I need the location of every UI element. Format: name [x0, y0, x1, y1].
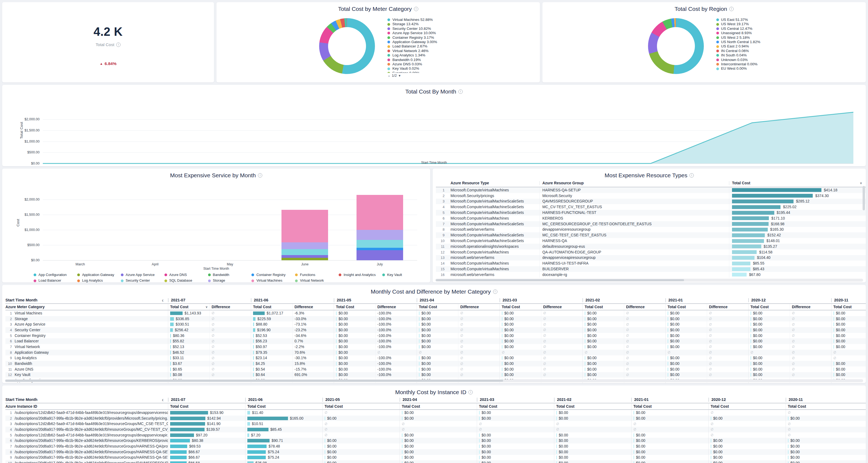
info-icon[interactable]: i	[729, 7, 734, 11]
scroll-left-chevron-icon[interactable]: ‹	[162, 298, 164, 302]
stacked-bar[interactable]	[356, 195, 403, 260]
info-icon[interactable]: i	[116, 42, 121, 47]
legend-item[interactable]: Functions	[295, 273, 337, 277]
legend-item[interactable]: Bandwidth	[208, 273, 250, 277]
total-cost-column-header[interactable]: Total Cost	[708, 403, 786, 409]
legend-item[interactable]: US West 2 5.18%	[716, 35, 761, 40]
column-header-resource-group[interactable]: Azure Resource Group	[539, 181, 729, 185]
month-header[interactable]: 2020-11	[831, 298, 866, 302]
table-row[interactable]: 3Microsoft.Compute/virtualMachineScaleSe…	[436, 199, 866, 204]
category-column-header[interactable]: Azure Instance ID	[5, 404, 168, 408]
table-row[interactable]: 3/subscriptions/12d2db62-5aa9-471d-84bb-…	[5, 421, 866, 427]
legend-item[interactable]: Azure DNS	[164, 273, 207, 277]
month-header[interactable]: 2021-04	[417, 298, 500, 302]
table-row[interactable]: 6Load Balancer$55.82∅$56.230.7%$0.00-100…	[5, 338, 866, 344]
legend-item[interactable]: US North Central 1.82%	[716, 40, 761, 44]
info-icon[interactable]: i	[493, 290, 497, 294]
region-donut[interactable]	[648, 18, 704, 74]
table-row[interactable]: 6/subscriptions/20d6a917-99fa-4b1b-9b2e-…	[5, 438, 866, 443]
legend-item[interactable]: Load Balancer	[34, 279, 75, 283]
legend-item[interactable]: Bandwidth 0.19%	[388, 58, 437, 62]
total-cost-column-header[interactable]: Total Cost	[748, 304, 790, 310]
legend-item[interactable]: Storage	[208, 279, 250, 283]
legend-item[interactable]: Unknown 0.03%	[716, 58, 761, 62]
legend-item[interactable]: SQL Database	[164, 279, 207, 283]
legend-item[interactable]: Virtual Network	[295, 279, 337, 283]
total-cost-column-header[interactable]: Total Cost	[631, 403, 708, 409]
difference-column-header[interactable]: Difference	[707, 304, 748, 310]
legend-item[interactable]: Unassigned 8.93%	[716, 31, 761, 35]
month-header[interactable]: 2021-03	[500, 298, 583, 302]
table-row[interactable]: 11microsoft.operationalinsights/workspac…	[436, 244, 866, 250]
table-row[interactable]: 10/subscriptions/20d6a917-99fa-4b1b-9b2e…	[5, 460, 866, 463]
legend-item[interactable]: Load Balancer 2.67%	[388, 44, 437, 49]
total-cost-column-header[interactable]: Total Cost	[245, 403, 322, 409]
legend-item[interactable]: US East 51.37%	[716, 18, 761, 22]
table-row[interactable]: 8Application Gateway$46.52∅$79.3570.6%$0…	[5, 350, 866, 355]
scroll-left-chevron-icon[interactable]: ‹	[162, 398, 164, 402]
legend-item[interactable]: Functions 0.00%	[388, 71, 437, 73]
horizontal-scrollbar[interactable]	[435, 279, 863, 282]
pager-down-icon[interactable]: ▼	[398, 74, 401, 77]
legend-item[interactable]: Container Registry 3.17%	[388, 35, 437, 40]
total-cost-column-header[interactable]: Total Cost	[400, 403, 477, 409]
total-cost-column-header[interactable]: Total Cost	[251, 304, 292, 310]
horizontal-scrollbar[interactable]	[5, 379, 863, 382]
difference-column-header[interactable]: Difference	[375, 304, 417, 310]
total-cost-column-header[interactable]: Total Cost	[583, 304, 624, 310]
legend-item[interactable]: IN South 0.04%	[716, 53, 761, 57]
month-header[interactable]: 2021-07	[168, 298, 251, 302]
table-row[interactable]: 9Microsoft.Compute/virtualMachineScaleSe…	[436, 232, 866, 238]
table-row[interactable]: 16microsoft.web/serverfarmsdocexample-rg…	[436, 272, 866, 278]
month-header[interactable]: 2021-05	[322, 398, 400, 402]
column-header-total-cost[interactable]: Total Cost∨	[729, 181, 866, 185]
month-header[interactable]: 2021-03	[477, 398, 554, 402]
total-cost-column-header[interactable]: Total Cost	[831, 304, 866, 310]
legend-item[interactable]: Virtual Machines	[251, 279, 293, 283]
table-row[interactable]: 5/subscriptions/12d2db62-5aa9-471d-84bb-…	[5, 432, 866, 438]
legend-item[interactable]: Log Analytics	[77, 279, 119, 283]
stacked-bar[interactable]	[281, 210, 328, 260]
legend-item[interactable]: Security Center 10.82%	[388, 27, 437, 31]
table-row[interactable]: 15Microsoft.Compute/virtualMachinesBUILD…	[436, 266, 866, 272]
legend-item[interactable]: Virtual Machines 52.88%	[388, 18, 437, 22]
info-icon[interactable]: i	[258, 173, 262, 178]
legend-item[interactable]: EU West 0.00%	[716, 66, 761, 71]
table-row[interactable]: 4/subscriptions/20d6a917-99fa-4b1b-9b2e-…	[5, 427, 866, 432]
month-header[interactable]: 2021-01	[631, 398, 708, 402]
legend-item[interactable]: Intercontinental 0.00%	[716, 62, 761, 66]
table-row[interactable]: 4Security Center$256.42∅$196.90-23.2%$0.…	[5, 327, 866, 333]
legend-item[interactable]: US West 19.17%	[716, 22, 761, 26]
total-cost-column-header[interactable]: Total Cost	[334, 304, 375, 310]
table-row[interactable]: 9Log Analytics$33.11∅$23.14-30.1%$0.00-1…	[5, 355, 866, 361]
total-cost-column-header[interactable]: Total Cost	[665, 304, 707, 310]
sort-chevron-icon[interactable]: ∨	[860, 181, 862, 185]
table-row[interactable]: 1Microsoft.Compute/virtualMachinesHARNES…	[436, 187, 866, 193]
total-cost-column-header[interactable]: Total Cost	[417, 304, 458, 310]
total-cost-column-header[interactable]: Total Cost	[322, 403, 400, 409]
table-row[interactable]: 4Microsoft.Compute/virtualMachineScaleSe…	[436, 204, 866, 210]
legend-item[interactable]: Azure App Service 10.00%	[388, 31, 437, 35]
table-row[interactable]: 7/subscriptions/20d6a917-99fa-4b1b-9b2e-…	[5, 443, 866, 449]
table-row[interactable]: 2Microsoft.Security/pricingsMicrosoft.Se…	[436, 193, 866, 199]
month-header[interactable]: 2021-06	[251, 298, 334, 302]
legend-item[interactable]: US East 2 0.94%	[716, 44, 761, 49]
difference-column-header[interactable]: Difference	[541, 304, 583, 310]
table-row[interactable]: 2Storage$336.85∅$225.59-33.0%$0.00-100.0…	[5, 316, 866, 322]
legend-item[interactable]: Key Vault	[382, 273, 424, 277]
pager-up-icon[interactable]: ▲	[388, 74, 391, 77]
total-cost-column-header[interactable]: Total Cost	[477, 403, 554, 409]
month-header[interactable]: 2021-07	[168, 398, 245, 402]
month-header[interactable]: 2021-02	[554, 398, 631, 402]
month-header[interactable]: 2020-11	[786, 398, 863, 402]
legend-item[interactable]: Virtual Network 2.46%	[388, 49, 437, 53]
legend-item[interactable]: Key Vault 0.02%	[388, 66, 437, 71]
sort-chevron-icon[interactable]: ∨	[205, 305, 208, 309]
total-cost-area-series[interactable]	[43, 102, 854, 164]
month-header[interactable]: 2021-05	[334, 298, 417, 302]
month-header[interactable]: 2020-12	[748, 298, 831, 302]
table-row[interactable]: 8microsoft.web/serverfarmsdevappservicer…	[436, 227, 866, 233]
total-cost-column-header[interactable]: Total Cost	[786, 403, 863, 409]
difference-column-header[interactable]: Difference	[209, 304, 251, 310]
vertical-scrollbar[interactable]	[863, 186, 865, 210]
